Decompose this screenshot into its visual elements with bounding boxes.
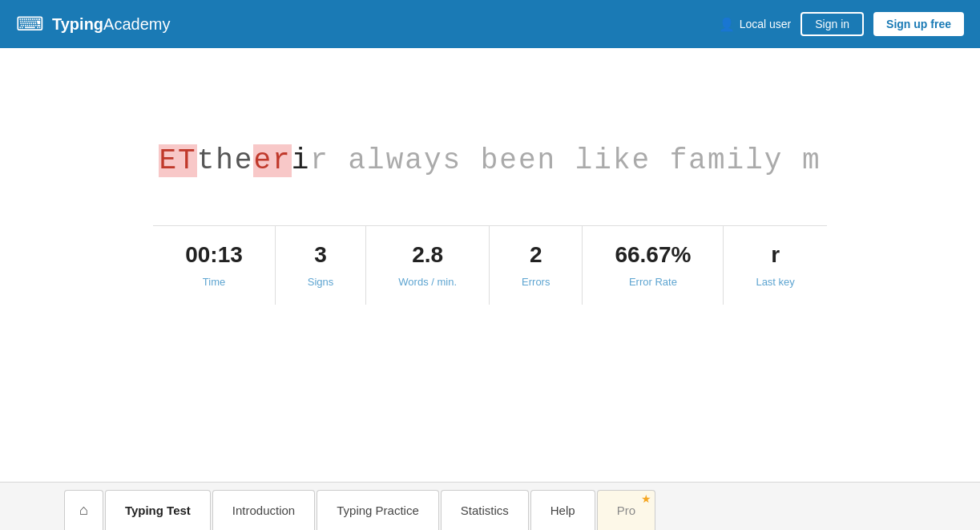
nav-tab-home[interactable]: ⌂ xyxy=(64,490,103,530)
stat-signs: 3 Signs xyxy=(276,226,367,305)
signup-button[interactable]: Sign up free xyxy=(873,12,964,36)
nav-tab-help[interactable]: Help xyxy=(530,490,595,530)
nav-tab-introduction[interactable]: Introduction xyxy=(212,490,315,530)
stats-container: 00:13 Time 3 Signs 2.8 Words / min. 2 Er… xyxy=(153,225,827,305)
stat-error-rate-value: 66.67% xyxy=(615,242,691,268)
logo-text: TypingAcademy xyxy=(52,15,170,34)
stat-error-rate: 66.67% Error Rate xyxy=(583,226,724,305)
char-wrong-r: r xyxy=(272,144,292,177)
user-info: 👤 Local user xyxy=(719,17,792,32)
char-wrong-e: e xyxy=(253,144,272,177)
typing-display: E T t h e e r i r always been like famil… xyxy=(159,144,821,177)
user-label: Local user xyxy=(740,18,792,30)
char-typed-h: h xyxy=(216,144,235,177)
stat-wpm-label: Words / min. xyxy=(398,276,457,288)
header: ⌨ TypingAcademy 👤 Local user Sign in Sig… xyxy=(0,0,980,48)
stat-time-label: Time xyxy=(203,276,225,288)
stat-errors-value: 2 xyxy=(522,242,550,268)
stat-time: 00:13 Time xyxy=(153,226,276,305)
logo-area: ⌨ TypingAcademy xyxy=(16,13,170,35)
stat-last-key: r Last key xyxy=(724,226,826,305)
stat-wpm-value: 2.8 xyxy=(398,242,457,268)
stat-time-value: 00:13 xyxy=(185,242,243,268)
char-wrong-T: T xyxy=(178,144,197,177)
signin-button[interactable]: Sign in xyxy=(801,12,864,36)
stat-signs-value: 3 xyxy=(308,242,334,268)
char-typed-e: e xyxy=(235,144,254,177)
char-current: i xyxy=(292,144,311,177)
char-pending: r always been like family m xyxy=(310,144,821,177)
bottom-nav: ⌂ Typing Test Introduction Typing Practi… xyxy=(0,482,980,530)
stat-error-rate-label: Error Rate xyxy=(629,276,677,288)
nav-tab-pro[interactable]: Pro ★ xyxy=(597,490,655,530)
nav-tab-typing-practice[interactable]: Typing Practice xyxy=(317,490,439,530)
char-wrong-E: E xyxy=(159,144,178,177)
nav-tab-statistics[interactable]: Statistics xyxy=(441,490,529,530)
char-typed-t: t xyxy=(197,144,216,177)
main-content: E T t h e e r i r always been like famil… xyxy=(0,48,980,481)
nav-tab-typing-test[interactable]: Typing Test xyxy=(105,490,211,530)
pro-star-icon: ★ xyxy=(641,492,651,505)
stat-errors-label: Errors xyxy=(522,276,550,288)
user-icon: 👤 xyxy=(719,17,735,32)
stat-errors: 2 Errors xyxy=(490,226,583,305)
stat-last-key-value: r xyxy=(756,242,794,268)
logo-icon: ⌨ xyxy=(16,13,44,35)
stat-wpm: 2.8 Words / min. xyxy=(366,226,490,305)
header-actions: 👤 Local user Sign in Sign up free xyxy=(719,12,964,36)
stat-last-key-label: Last key xyxy=(756,276,794,288)
stat-signs-label: Signs xyxy=(308,276,334,288)
